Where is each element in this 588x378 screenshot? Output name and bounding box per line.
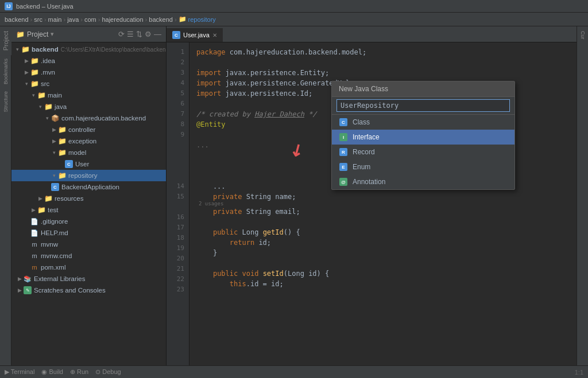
menu-item-interface[interactable]: I Interface — [332, 130, 514, 145]
expand-arrow: ▶ — [16, 275, 23, 282]
expand-arrow: ▾ — [51, 172, 57, 179]
list-icon[interactable]: ☰ — [127, 30, 134, 38]
breadcrumb-com[interactable]: com — [84, 16, 96, 23]
breadcrumb-java[interactable]: java — [67, 16, 79, 23]
tree-item-src[interactable]: ▾ 📁 src — [11, 78, 166, 89]
breadcrumb-backend2[interactable]: backend — [149, 16, 173, 23]
menu-item-record[interactable]: R Record — [332, 145, 514, 159]
editor-tabs: C User.java ✕ — [167, 26, 577, 42]
tree-item-main[interactable]: ▾ 📁 main — [11, 89, 166, 101]
tree-item-scratches[interactable]: ▶ ✎ Scratches and Consoles — [11, 285, 166, 296]
class-icon: C — [339, 118, 348, 127]
code-line-1: package com.hajereducation.backend.model… — [196, 47, 570, 57]
sync-icon[interactable]: ⟳ — [118, 30, 125, 38]
tree-item-test[interactable]: ▶ 📁 test — [11, 204, 166, 216]
minimize-icon[interactable]: — — [154, 30, 161, 38]
project-panel-title: 📁 Project ▾ — [16, 30, 115, 38]
tree-item-mvn[interactable]: ▶ 📁 .mvn — [11, 67, 166, 78]
structure-tab[interactable]: Structure — [1, 88, 10, 116]
tree-item-mvnw[interactable]: m mvnw — [11, 239, 166, 250]
tree-item-java[interactable]: ▾ 📁 java — [11, 101, 166, 112]
class-name-input[interactable] — [336, 99, 510, 112]
no-arrow — [23, 229, 30, 236]
left-sidebar: Project Bookmarks Structure — [0, 26, 11, 365]
no-arrow — [23, 241, 30, 248]
project-panel-header: 📁 Project ▾ ⟳ ☰ ⇅ ⚙ — — [11, 26, 166, 42]
expand-arrow: ▾ — [37, 103, 44, 110]
tree-item-pomxml[interactable]: m pom.xml — [11, 262, 166, 273]
menu-item-annotation[interactable]: @ Annotation — [332, 174, 514, 189]
cur-tab[interactable]: Cur — [578, 26, 587, 44]
scratches-icon: ✎ — [23, 286, 32, 295]
expand-arrow: ▶ — [51, 126, 57, 133]
tree-item-package[interactable]: ▾ 📦 com.hajereducation.backend — [11, 112, 166, 124]
ext-libs-icon: 📚 — [23, 274, 32, 283]
no-arrow — [23, 264, 30, 271]
main-layout: Project Bookmarks Structure 📁 Project ▾ … — [0, 26, 588, 365]
breadcrumb-src[interactable]: src — [34, 16, 42, 23]
tree-item-backend-app[interactable]: C BackendApplication — [11, 181, 166, 193]
tree-item-model[interactable]: ▾ 📁 model — [11, 147, 166, 158]
menu-item-enum[interactable]: E Enum — [332, 159, 514, 174]
code-line-3: import javax.persistence.Entity; — [196, 68, 570, 78]
breadcrumb-main[interactable]: main — [48, 16, 62, 23]
tree-item-helpmd[interactable]: 📄 HELP.md — [11, 227, 166, 239]
sort-icon[interactable]: ⇅ — [136, 30, 142, 38]
tab-close-button[interactable]: ✕ — [212, 32, 217, 38]
breadcrumb-repository[interactable]: 📁 repository — [179, 15, 216, 23]
tree-item-resources[interactable]: ▶ 📁 resources — [11, 193, 166, 204]
code-line-2 — [196, 57, 570, 68]
tree-item-user[interactable]: C User — [11, 158, 166, 170]
code-line-20: } — [196, 248, 570, 258]
breadcrumb-backend[interactable]: backend — [5, 16, 29, 23]
file-icon: m — [30, 240, 39, 249]
tree-item-ext-libs[interactable]: ▶ 📚 External Libraries — [11, 273, 166, 285]
package-icon: 📦 — [51, 114, 60, 123]
tree-item-backend[interactable]: ▾ 📁 backend C:\Users\EXtrA\Desktop\backe… — [11, 44, 166, 55]
breadcrumb-hajereducation[interactable]: hajereducation — [102, 16, 143, 23]
folder-icon: 📁 — [179, 15, 187, 23]
folder-icon: 📁 — [57, 137, 67, 146]
line-numbers: 1 2 3 4 5 6 7 8 9 14 15 16 17 18 19 — [167, 42, 189, 365]
no-arrow — [44, 184, 51, 190]
no-arrow — [57, 161, 64, 167]
settings-icon[interactable]: ⚙ — [145, 30, 152, 38]
folder-icon: 📁 — [30, 68, 39, 77]
folder-icon: 📁 — [44, 194, 53, 203]
tree-item-idea[interactable]: ▶ 📁 .idea — [11, 55, 166, 67]
no-arrow — [23, 252, 30, 259]
expand-arrow: ▶ — [30, 206, 37, 213]
terminal-button[interactable]: ▶ Terminal — [5, 368, 34, 376]
pom-icon: m — [30, 263, 39, 272]
tree-item-repository[interactable]: ▾ 📁 repository — [11, 170, 166, 181]
expand-arrow: ▶ — [23, 57, 30, 64]
folder-icon: 📁 — [37, 205, 46, 215]
popup-title: New Java Class — [332, 81, 514, 97]
tree-item-controller[interactable]: ▶ 📁 controller — [11, 124, 166, 135]
run-button[interactable]: ⊕ Run — [70, 368, 88, 376]
code-line-19: return id; — [196, 237, 570, 248]
debug-button[interactable]: ⊙ Debug — [95, 368, 121, 376]
tree-item-gitignore[interactable]: 📄 .gitignore — [11, 216, 166, 227]
interface-icon: I — [339, 133, 348, 142]
tree-item-exception[interactable]: ▶ 📁 exception — [11, 135, 166, 147]
tab-user-java[interactable]: C User.java ✕ — [167, 28, 223, 42]
popup-input-container — [332, 97, 514, 115]
expand-arrow: ▾ — [23, 80, 30, 87]
class-icon: C — [172, 31, 180, 39]
new-java-class-popup: New Java Class C Class I Interface R Rec… — [331, 81, 515, 190]
project-tab[interactable]: Project — [0, 26, 11, 55]
folder-icon: 📁 — [57, 125, 67, 134]
file-icon: 📄 — [30, 217, 39, 226]
tree-item-mvnwcmd[interactable]: m mvnw.cmd — [11, 250, 166, 262]
expand-arrow: ▾ — [51, 149, 57, 156]
line-col-indicator: 1:1 — [575, 369, 583, 376]
menu-item-class[interactable]: C Class — [332, 115, 514, 130]
editor-area: C User.java ✕ 1 2 3 4 5 6 7 8 9 — [167, 26, 577, 365]
expand-arrow: ▶ — [23, 69, 30, 76]
file-icon: m — [30, 251, 39, 260]
expand-arrow: ▾ — [14, 46, 21, 53]
build-button[interactable]: ◉ Build — [41, 368, 63, 376]
code-line-16: private String email; — [196, 206, 570, 217]
bookmarks-tab[interactable]: Bookmarks — [1, 55, 10, 88]
